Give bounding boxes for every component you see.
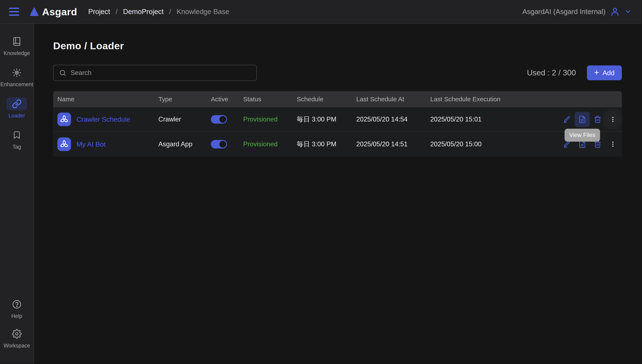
sidebar-item-label: Enhancement (1, 81, 33, 88)
file-text-icon (578, 115, 586, 124)
sidebar-item-workspace[interactable]: Workspace (4, 327, 30, 349)
sidebar-item-label: Loader (9, 112, 25, 119)
table-header-row: Name Type Active Status Schedule Last Sc… (53, 91, 622, 107)
logo-text: Asgard (42, 6, 77, 18)
column-header-active: Active (211, 96, 243, 103)
question-circle-icon (12, 300, 22, 309)
plus-icon: + (594, 68, 599, 77)
sidebar-item-label: Help (11, 313, 22, 319)
loader-type: Crawler (158, 116, 211, 123)
column-header-last-schedule-execution: Last Schedule Execution (430, 96, 559, 103)
search-input[interactable] (71, 69, 251, 77)
sidebar-item-tag[interactable]: Tag (0, 128, 34, 150)
hamburger-menu-icon[interactable] (9, 8, 19, 16)
breadcrumb-separator: / (169, 8, 171, 16)
sidebar-item-loader[interactable]: Loader (0, 97, 34, 119)
more-actions-button[interactable] (605, 136, 620, 152)
top-bar: Asgard Project / DemoProject / Knowledge… (0, 0, 642, 24)
page-title: Demo / Loader (53, 40, 642, 52)
breadcrumb-project[interactable]: Project (88, 8, 110, 16)
sidebar: Knowledge Enhancement Loader (0, 24, 34, 364)
chevron-down-icon (624, 8, 631, 15)
last-schedule-at-value: 2025/05/20 14:54 (356, 116, 430, 123)
loader-app-tile (57, 112, 71, 126)
column-header-last-schedule-at: Last Schedule At (356, 96, 430, 103)
breadcrumb-demoproject[interactable]: DemoProject (123, 8, 164, 16)
active-toggle[interactable] (211, 115, 227, 124)
sidebar-item-label: Knowledge (4, 50, 30, 56)
sidebar-item-knowledge[interactable]: Knowledge (0, 35, 34, 56)
triangle-logo-icon (29, 7, 39, 16)
breadcrumb-separator: / (116, 8, 118, 16)
link-icon (12, 99, 22, 109)
gear-icon (12, 329, 22, 339)
app-window: Asgard Project / DemoProject / Knowledge… (0, 0, 642, 364)
schedule-value: 毎日 3:00 PM (297, 115, 356, 124)
column-header-type: Type (158, 96, 211, 103)
active-toggle[interactable] (211, 140, 227, 148)
loader-name-link[interactable]: Crawler Schedule (77, 116, 130, 124)
search-box (53, 65, 257, 81)
user-icon (610, 7, 620, 16)
column-header-name: Name (53, 96, 158, 103)
schedule-value: 毎日 3:00 PM (297, 140, 356, 149)
breadcrumb: Project / DemoProject / Knowledge Base (88, 8, 229, 16)
loader-name-link[interactable]: My AI Bot (77, 140, 106, 148)
sidebar-item-enhancement[interactable]: Enhancement (0, 66, 34, 88)
view-files-tooltip: View Files (565, 129, 600, 142)
view-files-button[interactable]: View Files (575, 112, 590, 127)
trefoil-knot-icon (60, 115, 69, 124)
add-button-label: Add (602, 69, 614, 77)
last-schedule-at-value: 2025/05/20 14:51 (356, 140, 430, 148)
status-badge: Provisioned (243, 140, 297, 148)
column-header-status: Status (243, 96, 297, 103)
loader-table: Name Type Active Status Schedule Last Sc… (53, 91, 622, 156)
ripple-effect (602, 108, 624, 130)
breadcrumb-knowledge-base: Knowledge Base (177, 8, 229, 16)
bookmark-icon (12, 130, 21, 140)
usage-counter: Used : 2 / 300 (527, 68, 576, 77)
kebab-menu-icon (609, 141, 616, 148)
app-logo[interactable]: Asgard (29, 6, 77, 18)
loader-type: Asgard App (158, 140, 211, 148)
edit-button[interactable] (559, 112, 575, 127)
trash-icon (594, 116, 601, 123)
search-icon (59, 69, 66, 76)
last-schedule-execution-value: 2025/05/20 15:00 (430, 140, 559, 148)
table-row: My AI Bot Asgard App Provisioned 毎日 3:00… (53, 132, 622, 156)
status-badge: Provisioned (243, 116, 297, 123)
last-schedule-execution-value: 2025/05/20 15:01 (430, 116, 559, 123)
sidebar-item-help[interactable]: Help (4, 298, 30, 319)
main-content: Demo / Loader Used : 2 / 300 + Add (34, 24, 642, 364)
column-header-schedule: Schedule (297, 96, 356, 103)
pencil-icon (563, 116, 571, 123)
sun-icon (12, 68, 22, 78)
book-icon (12, 37, 22, 46)
sidebar-item-label: Workspace (4, 342, 30, 349)
add-button[interactable]: + Add (587, 66, 622, 80)
trefoil-knot-icon (60, 140, 69, 149)
account-label: AsgardAI (Asgard Internal) (522, 8, 605, 16)
account-menu[interactable]: AsgardAI (Asgard Internal) (522, 7, 631, 16)
sidebar-item-label: Tag (13, 144, 21, 150)
table-row: Crawler Schedule Crawler Provisioned 毎日 … (53, 107, 622, 132)
more-actions-button[interactable] (605, 112, 620, 127)
loader-app-tile (57, 138, 71, 151)
